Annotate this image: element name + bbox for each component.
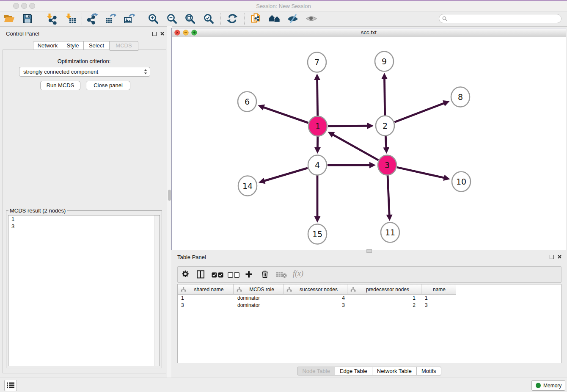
close-panel-icon[interactable] [160,31,165,36]
import-network-icon[interactable] [46,13,58,25]
edge-1-7[interactable] [317,79,318,116]
svg-text:9: 9 [382,57,387,66]
table-row[interactable]: 3dominator323 [178,302,561,309]
edge-arrowhead [258,105,265,110]
graph-node-11[interactable]: 11 [381,223,399,243]
toolbar-separator [40,13,40,25]
svg-text:15: 15 [312,229,322,239]
task-list-button[interactable] [4,380,17,391]
edge-arrowhead [314,74,320,80]
svg-text:6: 6 [245,97,250,106]
graph-node-10[interactable]: 10 [452,172,471,192]
graph-node-8[interactable]: 8 [451,87,470,107]
export-table-icon[interactable] [105,13,117,25]
memory-button[interactable]: Memory [531,380,565,391]
save-session-icon[interactable] [22,13,33,25]
tab-network[interactable]: Network [33,41,62,50]
edge-2-9[interactable] [385,78,385,116]
graph-node-2[interactable]: 2 [376,116,394,136]
run-mcds-button[interactable]: Run MCDS [40,81,80,90]
edge-2-3[interactable] [385,136,386,149]
import-table-icon[interactable] [65,13,77,25]
graph-node-6[interactable]: 6 [238,92,256,112]
control-panel: Control Panel NetworkStyleSelectMCDS Opt… [0,26,171,378]
float-table-panel-icon[interactable] [550,255,554,259]
column-header-shared-name[interactable]: shared name [178,284,234,295]
network-canvas[interactable]: 7968124314101511 [172,37,566,250]
graph-node-9[interactable]: 9 [375,52,394,72]
column-header-MCDS-role[interactable]: MCDS role [234,284,284,295]
svg-text:4: 4 [315,160,320,170]
edge-4-14[interactable] [263,168,308,181]
tab-node-table[interactable]: Node Table [297,367,335,375]
zoom-fit-icon[interactable] [184,13,196,25]
edge-1-2[interactable] [328,126,369,126]
graph-node-14[interactable]: 14 [238,176,257,196]
graph-node-7[interactable]: 7 [308,52,326,72]
svg-text:8: 8 [458,92,463,102]
table-cell: dominator [234,302,284,309]
export-network-icon[interactable] [86,13,98,25]
edge-3-11[interactable] [388,175,389,216]
search-input[interactable] [439,14,561,23]
network-window-titlebar[interactable]: scc.txt [172,28,566,37]
edge-arrowhead [381,73,388,79]
table-toolbar: f(x) [177,266,561,283]
tab-style[interactable]: Style [62,41,84,50]
edge-3-1[interactable] [332,134,378,160]
column-header-successor-nodes[interactable]: successor nodes [284,284,347,295]
edge-2-8[interactable] [394,103,445,122]
table-cell: 4 [284,295,347,302]
eye-icon[interactable] [306,13,317,25]
memory-status-icon [536,383,541,388]
svg-text:11: 11 [385,228,395,237]
open-session-icon[interactable] [3,13,15,25]
splitter-grip[interactable] [366,249,372,253]
table-columns-icon[interactable] [196,270,205,280]
edge-arrowhead [383,147,389,154]
zoom-in-icon[interactable] [147,13,159,25]
delete-column-icon[interactable] [261,270,269,280]
tab-select[interactable]: Select [84,41,110,50]
mcds-result-title: MCDS result (2 nodes) [8,207,67,214]
column-header-predecessor-nodes[interactable]: predecessor nodes [347,284,421,295]
network-window: scc.txt 7968124314101511 [171,28,566,250]
graph-node-1[interactable]: 1 [308,116,327,136]
zoom-selected-icon[interactable] [203,13,215,25]
close-table-panel-icon[interactable] [557,254,562,259]
table-row[interactable]: 1dominator411 [178,295,561,302]
column-header-name[interactable]: name [421,284,456,295]
optimization-criterion-select[interactable]: strongly connected component [19,67,150,77]
edge-1-6[interactable] [263,107,308,123]
application-window: Session: New Session [0,0,567,392]
mcds-result-list[interactable]: 13 [8,215,160,366]
graph-node-15[interactable]: 15 [308,224,327,244]
select-all-rows-icon[interactable] [212,272,223,279]
tab-edge-table[interactable]: Edge Table [335,367,372,375]
mcds-result-scrollbar[interactable] [154,215,160,366]
tab-motifs[interactable]: Motifs [417,367,441,375]
refresh-icon[interactable] [226,13,238,25]
svg-text:7: 7 [314,58,319,67]
table-settings-icon[interactable] [181,270,190,280]
graph-node-3[interactable]: 3 [378,155,396,175]
table-cell: 1 [178,295,234,302]
svg-text:10: 10 [456,177,466,186]
deselect-all-rows-icon[interactable] [228,272,239,279]
graph-node-4[interactable]: 4 [308,155,327,175]
close-panel-button[interactable]: Close panel [86,81,130,90]
export-image-icon[interactable] [124,13,135,25]
add-column-icon[interactable] [245,270,253,280]
tab-network-table[interactable]: Network Table [372,367,417,375]
zoom-out-icon[interactable] [166,13,178,25]
edge-arrowhead [314,147,321,154]
eye-slash-icon[interactable] [287,13,299,25]
node-table: shared nameMCDS rolesuccessor nodesprede… [177,284,561,363]
edge-3-10[interactable] [397,167,445,178]
houses-icon[interactable] [269,13,281,25]
float-panel-icon[interactable] [152,32,157,36]
duplicate-network-icon[interactable] [250,13,262,25]
control-panel-scrollbar-thumb[interactable] [168,190,171,201]
tab-mcds[interactable]: MCDS [110,41,138,51]
table-cell: 3 [284,302,347,309]
